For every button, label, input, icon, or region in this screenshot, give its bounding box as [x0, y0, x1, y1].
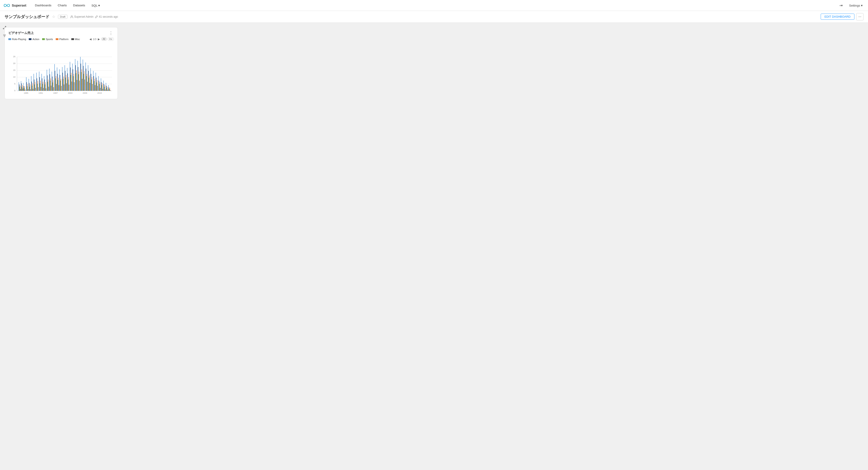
- legend-all-badge[interactable]: All: [101, 37, 107, 41]
- svg-rect-83: [49, 69, 50, 91]
- svg-rect-130: [73, 76, 73, 91]
- settings-button[interactable]: Settings ▾: [847, 3, 864, 8]
- legend-item-misc: Misc: [71, 38, 80, 40]
- svg-rect-70: [42, 84, 43, 91]
- svg-rect-62: [38, 87, 38, 91]
- svg-rect-48: [31, 76, 31, 91]
- nav-sql[interactable]: SQL ▾: [88, 0, 103, 11]
- edit-icon: [95, 15, 98, 18]
- svg-rect-89: [52, 76, 53, 91]
- svg-rect-112: [64, 85, 64, 91]
- svg-rect-99: [57, 74, 58, 91]
- svg-rect-157: [87, 82, 88, 91]
- svg-text:2015: 2015: [97, 92, 102, 94]
- svg-rect-102: [59, 85, 59, 91]
- legend-label-sports: Sports: [46, 38, 53, 40]
- svg-rect-128: [72, 64, 73, 91]
- svg-rect-79: [47, 75, 48, 91]
- svg-rect-59: [37, 78, 37, 91]
- main-content: ビデオゲーム売上 ⋮ Role-Playing Action Sports Pl…: [0, 23, 868, 470]
- svg-rect-147: [82, 79, 83, 91]
- svg-rect-166: [92, 77, 92, 91]
- svg-rect-82: [49, 87, 49, 91]
- legend-pagination: 1/3: [93, 38, 96, 40]
- svg-rect-138: [78, 61, 78, 91]
- svg-rect-202: [110, 90, 111, 91]
- svg-rect-28: [21, 81, 21, 91]
- legend-color-action: [29, 38, 31, 40]
- legend-item-platform: Platform: [56, 38, 69, 40]
- svg-rect-126: [71, 73, 71, 91]
- svg-rect-142: [79, 81, 80, 91]
- svg-rect-75: [45, 85, 45, 91]
- svg-rect-137: [77, 80, 77, 91]
- left-panel: [0, 23, 9, 41]
- star-icon[interactable]: ☆: [52, 14, 55, 19]
- author-info: Superset Admin: [70, 15, 93, 18]
- nav-dashboards[interactable]: Dashboards: [32, 0, 55, 11]
- svg-text:25: 25: [13, 56, 16, 58]
- svg-rect-118: [67, 68, 67, 91]
- nav-datasets[interactable]: Datasets: [70, 0, 88, 11]
- svg-rect-175: [96, 83, 97, 91]
- svg-rect-60: [37, 84, 38, 91]
- svg-rect-163: [90, 68, 91, 91]
- svg-rect-35: [24, 88, 25, 91]
- filter-panel-icon[interactable]: [1, 33, 8, 39]
- svg-rect-109: [62, 73, 63, 91]
- legend-next-button[interactable]: ▶: [97, 38, 100, 41]
- svg-rect-87: [51, 86, 52, 91]
- svg-rect-120: [68, 80, 68, 91]
- chart-menu-button[interactable]: ⋮: [108, 31, 114, 35]
- svg-rect-34: [24, 86, 24, 91]
- svg-rect-103: [59, 69, 60, 91]
- svg-text:10: 10: [13, 76, 16, 78]
- legend-label-misc: Misc: [75, 38, 80, 40]
- svg-rect-190: [104, 87, 104, 91]
- svg-rect-189: [104, 84, 104, 91]
- svg-text:5: 5: [14, 83, 16, 85]
- svg-rect-72: [43, 88, 44, 91]
- svg-rect-152: [85, 80, 85, 91]
- draft-badge[interactable]: Draft: [58, 15, 67, 19]
- svg-rect-74: [44, 80, 45, 91]
- svg-rect-49: [31, 82, 32, 91]
- chart-header: ビデオゲーム売上 ⋮: [8, 31, 114, 35]
- svg-rect-188: [103, 81, 104, 91]
- nav-charts[interactable]: Charts: [55, 0, 70, 11]
- legend-inv-badge[interactable]: Inv: [108, 37, 114, 41]
- svg-rect-84: [50, 74, 50, 91]
- svg-rect-98: [57, 67, 57, 91]
- svg-rect-45: [29, 87, 30, 91]
- svg-rect-107: [61, 86, 62, 91]
- svg-rect-143: [80, 57, 81, 91]
- user-icon: [70, 15, 73, 18]
- legend-color-misc: [71, 38, 74, 40]
- svg-rect-122: [69, 85, 69, 91]
- svg-rect-29: [21, 83, 22, 91]
- svg-rect-180: [99, 84, 100, 91]
- svg-rect-32: [23, 89, 23, 91]
- svg-rect-37: [25, 89, 25, 91]
- app-logo[interactable]: Superset: [4, 2, 26, 9]
- legend-nav: ◀ 1/3 ▶ All Inv: [89, 37, 114, 41]
- meta-info: Superset Admin 41 seconds ago: [70, 15, 118, 18]
- more-options-button[interactable]: ···: [856, 13, 864, 20]
- dashboard-header: サンプルダッシュボード ☆ Draft Superset Admin 41 se…: [0, 11, 868, 23]
- svg-rect-168: [93, 71, 93, 91]
- nav-links: Dashboards Charts Datasets SQL ▾: [32, 0, 103, 11]
- svg-text:2003: 2003: [68, 92, 72, 94]
- edit-dashboard-button[interactable]: EDIT DASHBOARD: [821, 13, 855, 20]
- svg-rect-86: [51, 78, 51, 91]
- svg-rect-131: [73, 74, 74, 91]
- svg-rect-50: [32, 86, 32, 91]
- svg-rect-167: [92, 84, 93, 91]
- svg-rect-97: [56, 84, 57, 91]
- svg-text:15: 15: [13, 69, 16, 71]
- svg-rect-64: [39, 77, 40, 91]
- svg-rect-193: [106, 83, 106, 91]
- expand-panel-icon[interactable]: [1, 25, 8, 31]
- add-button[interactable]: +▾: [838, 3, 845, 8]
- svg-rect-201: [110, 88, 110, 91]
- legend-prev-button[interactable]: ◀: [89, 38, 92, 41]
